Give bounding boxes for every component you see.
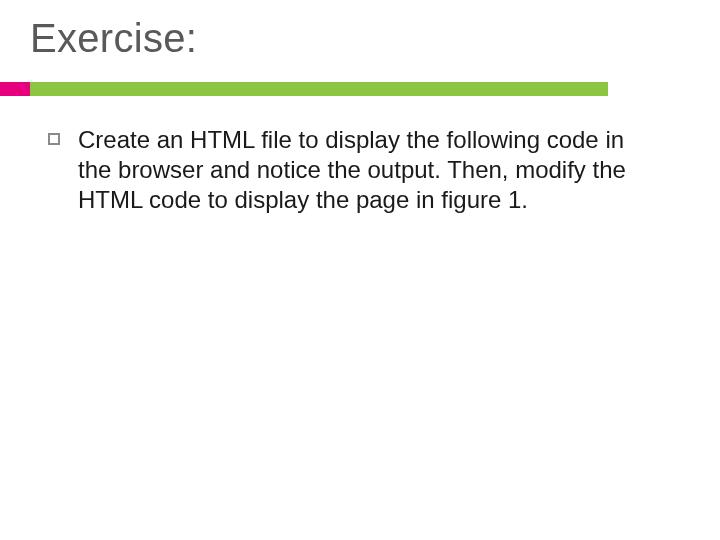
- slide: Exercise: Create an HTML file to display…: [0, 0, 720, 540]
- bullet-square-icon: [48, 133, 60, 145]
- slide-body: Create an HTML file to display the follo…: [48, 125, 660, 215]
- bullet-text: Create an HTML file to display the follo…: [78, 125, 660, 215]
- accent-green-bar: [30, 82, 608, 96]
- accent-pink-bar: [0, 82, 30, 96]
- title-underline: [0, 82, 608, 96]
- list-item: Create an HTML file to display the follo…: [48, 125, 660, 215]
- slide-title: Exercise:: [30, 16, 197, 61]
